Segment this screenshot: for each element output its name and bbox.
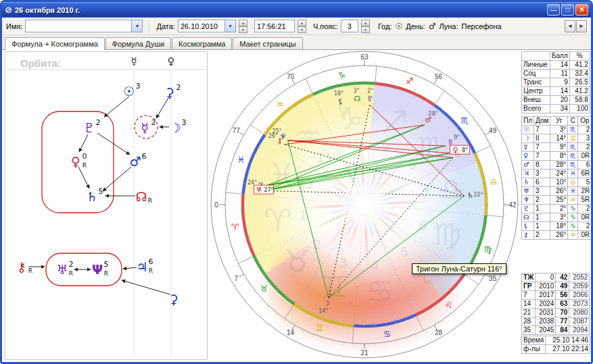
wheel-planet-glyph: ♅ bbox=[256, 186, 263, 194]
formula-retrograde-mark: R bbox=[82, 162, 87, 169]
name-dropdown-arrow[interactable]: ▼ bbox=[132, 20, 143, 32]
planet-table-cell: 8 bbox=[534, 161, 550, 170]
age-table-cell: 2038 bbox=[536, 317, 556, 326]
zodiac-sign-glyph: ♑ bbox=[337, 70, 346, 80]
age-number: 63 bbox=[360, 53, 369, 61]
date-picker[interactable]: ▼ bbox=[178, 20, 236, 32]
wheel-planet-glyph: ⚸ bbox=[338, 97, 343, 106]
timezone-input[interactable] bbox=[341, 20, 358, 32]
formula-arrow bbox=[123, 267, 137, 269]
planet-table-cell: ♅ bbox=[522, 187, 534, 196]
tab-1[interactable]: Формула + Космограмма bbox=[5, 37, 105, 50]
close-button[interactable]: × bbox=[575, 4, 588, 16]
planet-table-cell: ♓ bbox=[568, 170, 578, 178]
tab-2[interactable]: Формула Души bbox=[105, 37, 171, 49]
house-number: 5 bbox=[400, 244, 409, 260]
zodiac-sign-glyph: ♎ bbox=[490, 177, 498, 187]
soul-formula-panel: Орбита:☿♀☉3⚳2♇2☿2☽3♀0R♂6♄5☊R⚷R♅2RΨ5R♃6R⚳ bbox=[5, 51, 208, 360]
timezone-spinner[interactable]: ▲▼ bbox=[361, 20, 370, 32]
planet-table-cell: ♎ bbox=[568, 178, 578, 187]
wheel-planet-glyph: ☊ bbox=[354, 95, 360, 103]
age-table-cell: 2052 bbox=[569, 274, 590, 282]
moon-label: Луна: bbox=[439, 22, 458, 30]
planet-table-cell: ⚸ bbox=[522, 222, 534, 231]
chart-tooltip: Тригон Луна-Сатурн 116° bbox=[412, 263, 506, 274]
planet-table-cell: ♃ bbox=[522, 170, 534, 178]
astro-status-line: Год: ☉ День: ♂ Луна: Персефона bbox=[378, 22, 502, 31]
planet-table-cell: 1 bbox=[534, 222, 550, 231]
zodiac-sign-glyph: ♐ bbox=[406, 76, 414, 86]
formula-orbit-header: Орбита: bbox=[20, 57, 61, 69]
age-table-cell: 2066 bbox=[569, 291, 590, 300]
day-label: День: bbox=[406, 22, 425, 30]
planet-table-cell: ♏ bbox=[568, 126, 578, 134]
age-table-cell: ГР bbox=[522, 282, 536, 291]
toolbar-separator bbox=[149, 20, 150, 33]
planet-table-cell: ♏ bbox=[568, 152, 578, 161]
formula-planet-number: 6 bbox=[142, 152, 147, 161]
wheel-planet-degree: 2° bbox=[367, 88, 373, 94]
date-spinner[interactable]: ▲▼ bbox=[239, 20, 247, 32]
planet-table-cell: 3 bbox=[534, 170, 550, 178]
age-table-cell: 2017 bbox=[536, 291, 556, 300]
score-table-cell: 14 bbox=[550, 61, 570, 70]
age-table-cell: 2059 bbox=[569, 282, 590, 291]
score-table-cell bbox=[522, 52, 550, 61]
house-number: 10 bbox=[345, 135, 362, 151]
planet-table-cell: ⚷ bbox=[522, 231, 534, 240]
planet-table-cell: Уг bbox=[550, 117, 568, 126]
age-table-cell: 63 bbox=[556, 300, 569, 309]
age-table: ТЖ0422052ГР20104920597201756206614202463… bbox=[521, 273, 590, 335]
wheel-core-glow bbox=[335, 175, 394, 234]
svg-text:♐: ♐ bbox=[381, 104, 408, 140]
maximize-button[interactable]: □ bbox=[561, 4, 574, 16]
age-number: 7 bbox=[235, 275, 239, 282]
tab-3[interactable]: Космограмма bbox=[172, 37, 232, 49]
name-input[interactable] bbox=[25, 20, 132, 32]
formula-arrow bbox=[104, 97, 129, 117]
planet-table-cell: ♑ bbox=[568, 213, 578, 222]
planet-table-cell: 6 bbox=[578, 161, 592, 170]
titlebar[interactable]: ⊘ 26 октября 2010 г. — □ × bbox=[2, 2, 591, 18]
age-table-cell: 2094 bbox=[569, 326, 590, 335]
name-label: Имя: bbox=[6, 22, 22, 30]
planet-table-cell: 2R bbox=[578, 187, 592, 196]
formula-retrograde-mark: R bbox=[149, 267, 153, 274]
formula-planet-glyph: ☿ bbox=[141, 120, 149, 135]
score-table-cell: Центр bbox=[522, 87, 550, 96]
wheel-planet-degree: 27° bbox=[264, 187, 273, 193]
date-input[interactable] bbox=[178, 20, 225, 32]
formula-planet-number: 2 bbox=[151, 118, 156, 127]
age-table-cell: 42 bbox=[556, 274, 569, 282]
wheel-planet-degree: 10° bbox=[473, 192, 483, 198]
name-combobox[interactable]: ▼ bbox=[25, 20, 143, 32]
age-table-cell: 2031 bbox=[536, 309, 556, 317]
formula-planet-glyph: ♄ bbox=[86, 189, 97, 204]
minimize-button[interactable]: — bbox=[547, 4, 560, 16]
formula-planet-number: 2 bbox=[69, 260, 74, 269]
date-dropdown-arrow[interactable]: ▼ bbox=[225, 20, 236, 32]
age-table-cell: 0 bbox=[536, 274, 556, 282]
time-input[interactable] bbox=[254, 20, 295, 32]
time-spinner[interactable]: ▲▼ bbox=[298, 20, 306, 32]
planet-table-cell: Ор bbox=[578, 117, 592, 126]
svg-text:♋: ♋ bbox=[366, 273, 394, 309]
score-table-cell: Всего bbox=[522, 105, 550, 113]
zodiac-sign-glyph: ♍ bbox=[483, 244, 492, 255]
age-table-cell: 70 bbox=[556, 309, 569, 317]
formula-planet-number: 6 bbox=[149, 257, 153, 266]
zodiac-sign-glyph: ♋ bbox=[383, 329, 392, 339]
tab-4[interactable]: Макет страницы bbox=[233, 37, 302, 49]
planet-table-cell: ☉ bbox=[522, 126, 534, 134]
prev-record-button[interactable]: ◄ bbox=[565, 20, 575, 32]
planet-table-cell: 2 bbox=[534, 231, 550, 240]
cosmogram-wheel[interactable]: ♈♉♊♋♌♍♎♏♐♑♒♓123456789101112♈♉♊♋♌♍♎♏♐♑♒♓0… bbox=[209, 50, 521, 362]
next-record-button[interactable]: ► bbox=[576, 20, 587, 32]
planet-table-cell: 26° bbox=[550, 231, 568, 240]
formula-planet-glyph: ☽ bbox=[169, 120, 181, 135]
planet-table-cell: 10° bbox=[550, 178, 568, 187]
score-table-cell: 11 bbox=[550, 70, 570, 78]
planet-table-cell: 8° bbox=[550, 152, 568, 161]
formula-planet-glyph: ⚳ bbox=[165, 85, 174, 100]
planet-table-cell: 7 bbox=[534, 143, 550, 152]
